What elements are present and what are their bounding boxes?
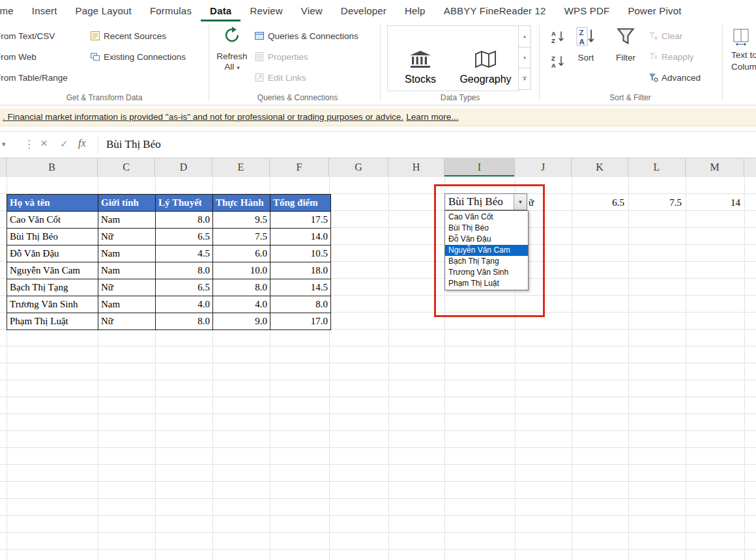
column-header-partial-a[interactable] xyxy=(0,158,7,176)
cell-theory[interactable]: 6.5 xyxy=(156,279,213,296)
column-header[interactable]: H xyxy=(388,158,444,176)
ribbon-tab[interactable]: Help xyxy=(396,0,435,21)
cell-total[interactable]: 14.5 xyxy=(270,279,331,296)
cell-total[interactable]: 10.5 xyxy=(270,245,331,262)
column-header[interactable]: E xyxy=(212,158,270,176)
cell-total[interactable]: 18.0 xyxy=(270,262,331,279)
edit-links-button[interactable]: Edit Links xyxy=(254,70,306,85)
stocks-tile[interactable]: Stocks xyxy=(388,26,453,91)
column-header[interactable]: B xyxy=(7,158,98,176)
cell-total[interactable]: 8.0 xyxy=(270,296,331,313)
header-cell-gender[interactable]: Giới tính xyxy=(98,195,156,212)
cell-practice[interactable]: 6.0 xyxy=(213,245,270,262)
dropdown-option[interactable]: Nguyễn Văn Cam xyxy=(445,245,528,256)
sort-button[interactable]: Z A Sort xyxy=(571,27,601,63)
cell-practice[interactable]: 9.5 xyxy=(213,212,270,229)
formula-bar-value[interactable]: Bùi Thị Béo xyxy=(106,132,161,158)
column-header[interactable]: L xyxy=(628,158,686,176)
combobox-value[interactable]: Bùi Thị Béo xyxy=(445,194,514,210)
cell-practice[interactable]: 8.0 xyxy=(213,279,270,296)
header-cell-theory[interactable]: Lý Thuyết xyxy=(156,195,213,212)
cell-name[interactable]: Bạch Thị Tạng xyxy=(7,279,98,296)
reapply-filter-button[interactable]: Reapply xyxy=(648,49,694,64)
cell-name[interactable]: Nguyễn Văn Cam xyxy=(7,262,98,279)
cell-practice[interactable]: 7.5 xyxy=(213,229,270,245)
cell-theory[interactable]: 6.5 xyxy=(156,229,213,245)
cell-gender[interactable]: Nữ xyxy=(98,279,156,296)
column-header[interactable]: K xyxy=(572,158,628,176)
column-header[interactable]: M xyxy=(686,158,744,176)
properties-button[interactable]: Properties xyxy=(254,49,308,64)
cell-k[interactable]: 6.5 xyxy=(572,194,626,211)
gallery-down-button[interactable]: ▼ xyxy=(518,47,531,69)
cell-name[interactable]: Đỗ Văn Đậu xyxy=(7,245,98,262)
dropdown-option[interactable]: Phạm Thị Luật xyxy=(445,278,528,289)
dropdown-option[interactable]: Trương Văn Sinh xyxy=(445,267,528,278)
cell-name[interactable]: Phạm Thị Luật xyxy=(7,313,98,330)
cell-practice[interactable]: 10.0 xyxy=(213,262,270,279)
recent-sources-button[interactable]: Recent Sources xyxy=(90,29,166,43)
from-web-button[interactable]: From Web xyxy=(0,49,36,64)
ribbon-tab[interactable]: Power Pivot xyxy=(618,0,690,21)
learn-more-link[interactable]: Learn more... xyxy=(406,112,458,122)
header-cell-total[interactable]: Tổng điểm xyxy=(270,195,331,212)
ribbon-tab[interactable]: Page Layout xyxy=(66,0,141,21)
header-cell-practice[interactable]: Thực Hành xyxy=(213,195,270,212)
ribbon-tab[interactable]: Review xyxy=(240,0,291,21)
name-box-chevron-icon[interactable]: ▾ xyxy=(2,140,6,148)
dropdown-option[interactable]: Bạch Thị Tạng xyxy=(445,256,528,267)
cell-gender[interactable]: Nam xyxy=(98,262,156,279)
ribbon-tab[interactable]: Developer xyxy=(332,0,396,21)
ribbon-tab[interactable]: Formulas xyxy=(141,0,201,21)
cell-m[interactable]: 14 xyxy=(686,194,742,211)
ribbon-tab[interactable]: Home xyxy=(0,0,23,21)
cell-gender[interactable]: Nam xyxy=(98,245,156,262)
column-header[interactable]: I xyxy=(444,158,515,176)
cell-gender[interactable]: Nam xyxy=(98,296,156,313)
cancel-icon[interactable]: × xyxy=(40,136,48,150)
cell-total[interactable]: 17.0 xyxy=(270,313,331,330)
filter-button[interactable]: Filter xyxy=(609,27,643,63)
cell-theory[interactable]: 8.0 xyxy=(156,262,213,279)
ribbon-tab[interactable]: ABBYY FineReader 12 xyxy=(435,0,555,21)
insert-function-icon[interactable]: fx xyxy=(78,137,86,149)
cell-name[interactable]: Bùi Thị Béo xyxy=(7,229,98,245)
dropdown-option[interactable]: Bùi Thị Béo xyxy=(445,223,528,234)
cell-total[interactable]: 17.5 xyxy=(270,212,331,229)
cell-gender[interactable]: Nam xyxy=(98,212,156,229)
geography-tile[interactable]: Geography xyxy=(453,26,518,91)
ribbon-tab[interactable]: WPS PDF xyxy=(555,0,619,21)
sort-descending-button[interactable]: Z A xyxy=(549,53,566,70)
ribbon-tab[interactable]: Data xyxy=(201,0,240,21)
queries-connections-button[interactable]: Queries & Connections xyxy=(254,29,358,43)
sort-ascending-button[interactable]: A Z xyxy=(549,28,566,45)
from-table-range-button[interactable]: From Table/Range xyxy=(0,70,68,85)
column-header[interactable]: J xyxy=(515,158,572,176)
cell-theory[interactable]: 8.0 xyxy=(156,313,213,330)
cell-practice[interactable]: 4.0 xyxy=(213,296,270,313)
cell-practice[interactable]: 9.0 xyxy=(213,313,270,330)
cell-gender[interactable]: Nữ xyxy=(98,313,156,330)
column-header[interactable]: D xyxy=(155,158,212,176)
refresh-all-button[interactable]: Refresh All ▾ xyxy=(214,25,250,73)
cell-name[interactable]: Cao Văn Cốt xyxy=(7,212,98,229)
cell-theory[interactable]: 4.0 xyxy=(156,296,213,313)
name-combobox[interactable]: Bùi Thị Béo ▼ xyxy=(444,193,527,210)
cell-gender[interactable]: Nữ xyxy=(98,229,156,245)
dropdown-option[interactable]: Cao Văn Cốt xyxy=(445,212,528,223)
dropdown-option[interactable]: Đỗ Văn Đậu xyxy=(445,234,528,245)
cell-theory[interactable]: 8.0 xyxy=(156,212,213,229)
enter-icon[interactable]: ✓ xyxy=(60,138,68,150)
existing-connections-button[interactable]: Existing Connections xyxy=(90,49,186,64)
advanced-filter-button[interactable]: Advanced xyxy=(648,70,701,85)
cell-theory[interactable]: 4.5 xyxy=(156,245,213,262)
column-header[interactable]: G xyxy=(329,158,388,176)
combobox-dropdown-button[interactable]: ▼ xyxy=(514,194,527,210)
gallery-up-button[interactable]: ▲ xyxy=(518,25,531,48)
cell-name[interactable]: Trương Văn Sinh xyxy=(7,296,98,313)
from-text-csv-button[interactable]: From Text/CSV xyxy=(0,29,55,43)
ribbon-tab[interactable]: View xyxy=(292,0,332,21)
header-cell-name[interactable]: Họ và tên xyxy=(7,195,98,212)
gallery-more-button[interactable]: ▼ xyxy=(518,68,531,90)
column-header[interactable]: F xyxy=(270,158,329,176)
